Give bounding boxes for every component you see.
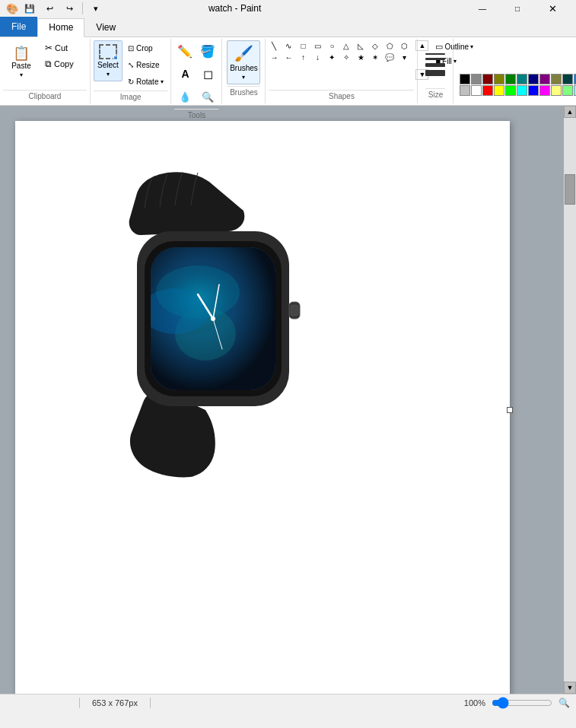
color-darkred[interactable] [482,74,493,84]
color-purple[interactable] [539,74,550,84]
select-icon [99,44,117,59]
eraser-button[interactable]: ◻ [197,63,218,84]
select-button[interactable]: Select ▾ [94,40,123,81]
resize-icon: ⤡ [128,61,134,69]
paste-button[interactable]: 📋 Paste ▾ [3,40,40,84]
shape-ellipse[interactable]: ○ [326,40,337,51]
rotate-label: Rotate [136,78,158,86]
canvas-wrapper[interactable] [0,106,564,694]
shapes-group: ╲ ∿ □ ▭ ○ △ ◺ ◇ ⬠ ⬡ → ← ↑ ↓ ✦ [266,39,418,103]
size-bar-1[interactable] [425,53,445,55]
svg-rect-14 [291,305,298,316]
resize-button[interactable]: ⤡ Resize [124,57,167,72]
zoom-out-icon[interactable]: 🔍 [558,698,570,708]
save-button[interactable]: 💾 [21,1,38,16]
copy-button[interactable]: ⧉ Copy [41,56,87,72]
crop-button[interactable]: ⊡ Crop [124,40,167,56]
clipboard-group: 📋 Paste ▾ ✂ Cut ⧉ Copy [0,39,91,103]
shape-triangle[interactable]: △ [341,40,352,51]
size-bar-3[interactable] [425,63,445,67]
shape-pentagon[interactable]: ⬠ [384,40,395,51]
color-lightyellow[interactable] [551,85,562,96]
color-yellow[interactable] [494,85,504,96]
shape-curve[interactable]: ∿ [283,40,294,51]
tab-file[interactable]: File [0,17,37,37]
vertical-scrollbar[interactable]: ▲ ▼ [564,106,576,694]
size-label: Size [425,88,445,100]
shape-4arrow[interactable]: ✦ [326,52,337,62]
tab-home[interactable]: Home [37,18,84,37]
svg-point-12 [211,316,215,321]
color-teal[interactable] [517,74,527,84]
fill-button[interactable]: 🪣 [197,40,218,62]
color-brightblue[interactable] [528,85,539,96]
shape-round-rect[interactable]: ▭ [312,40,323,51]
color-silver[interactable] [460,85,470,96]
shape-arrow-up[interactable]: ↑ [298,52,308,62]
shape-callout[interactable]: 💬 [384,52,395,62]
status-bar: 653 x 767px 100% 🔍 [0,694,576,711]
shape-arrow-right[interactable]: → [269,52,279,62]
dropdown-button[interactable]: ▾ [88,1,104,16]
scroll-track[interactable] [564,118,576,682]
shape-hexagon[interactable]: ⬡ [399,40,409,51]
color-darkgreen[interactable] [562,74,573,84]
shape-rect[interactable]: □ [298,40,308,51]
scroll-down-button[interactable]: ▼ [564,682,576,694]
size-bar-4[interactable] [425,70,445,76]
shape-star5[interactable]: ★ [355,52,366,62]
scroll-thumb[interactable] [565,174,575,205]
minimize-button[interactable]: — [465,0,500,17]
color-darkyellow[interactable] [551,74,562,84]
paint-canvas[interactable] [15,121,510,694]
shape-more[interactable]: ▾ [399,52,409,62]
close-button[interactable]: ✕ [535,0,570,17]
brushes-group: 🖌️ Brushes ▾ Brushes [222,39,266,103]
tab-view[interactable]: View [84,18,127,37]
shape-diamond[interactable]: ◇ [370,40,380,51]
canvas-area: ▲ ▼ [0,106,576,694]
watch-image [91,159,380,478]
cut-button[interactable]: ✂ Cut [41,40,87,56]
redo-button[interactable]: ↪ [61,1,78,16]
copy-icon: ⧉ [45,59,52,69]
brushes-button[interactable]: 🖌️ Brushes ▾ [227,40,260,84]
brushes-icon: 🖌️ [234,44,253,62]
undo-button[interactable]: ↩ [41,1,58,16]
shape-line[interactable]: ╲ [269,40,279,51]
shape-star4[interactable]: ✧ [341,52,352,62]
shape-arrow-down[interactable]: ↓ [312,52,323,62]
color-red[interactable] [482,85,493,96]
color-lightgreen[interactable] [562,85,573,96]
color-green[interactable] [505,74,516,84]
maximize-button[interactable]: □ [500,0,535,17]
color-picker-button[interactable]: 💧 [174,86,196,107]
paste-dropdown[interactable]: ▾ [20,72,23,78]
shape-arrow-left[interactable]: ← [283,52,294,62]
zoom-button[interactable]: 🔍 [197,86,218,107]
status-dimensions: 653 x 767px [92,698,138,707]
scroll-up-button[interactable]: ▲ [564,106,576,118]
color-lime[interactable] [505,85,516,96]
size-bar-2[interactable] [425,58,445,60]
canvas-resize-handle[interactable] [507,407,513,413]
zoom-slider[interactable] [492,698,552,708]
color-black[interactable] [460,74,470,84]
app-icon: 🎨 [6,2,18,14]
color-white[interactable] [471,85,482,96]
text-button[interactable]: A [174,63,196,84]
rotate-button[interactable]: ↻ Rotate ▾ [124,74,167,89]
rotate-dropdown[interactable]: ▾ [161,78,164,85]
color-magenta[interactable] [539,85,550,96]
pencil-button[interactable]: ✏️ [174,40,196,62]
color-gray[interactable] [471,74,482,84]
color-olive[interactable] [494,74,504,84]
shape-star6[interactable]: ✶ [370,52,380,62]
tools-group: ✏️ 🪣 A ◻ 💧 🔍 Tools [171,39,222,103]
color-navy[interactable] [528,74,539,84]
select-dropdown[interactable]: ▾ [107,71,110,78]
brushes-dropdown[interactable]: ▾ [242,74,245,81]
color-cyan[interactable] [517,85,527,96]
shape-right-triangle[interactable]: ◺ [355,40,366,51]
shapes-label: Shapes [269,90,414,102]
